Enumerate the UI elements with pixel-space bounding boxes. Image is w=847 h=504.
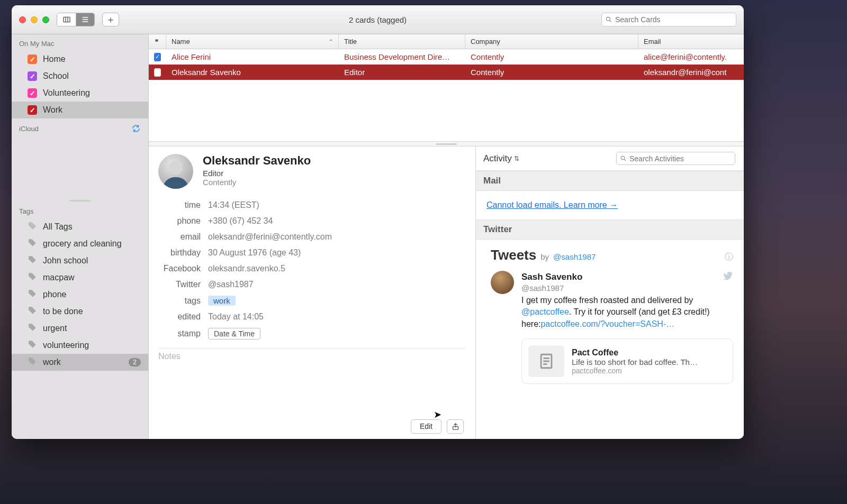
tag-icon (28, 272, 37, 283)
tag-urgent[interactable]: urgent (12, 320, 148, 337)
tag-macpaw[interactable]: macpaw (12, 269, 148, 286)
col-flag[interactable] (149, 34, 166, 49)
field-facebook: oleksandr.savenko.5 (208, 264, 285, 273)
svg-point-1 (606, 17, 610, 21)
col-title[interactable]: Title (339, 34, 465, 49)
sidebar-group-volunteering[interactable]: ✓Volunteering (12, 85, 148, 102)
table-row[interactable]: Oleksandr Savenko Editor Contently oleks… (149, 65, 744, 80)
tag-volunteering[interactable]: volunteering (12, 337, 148, 354)
groups-heading: On My Mac (19, 40, 54, 48)
field-birthday: 30 August 1976 (age 43) (208, 248, 301, 258)
share-button[interactable] (447, 419, 464, 434)
tags-icon (28, 221, 37, 233)
tag-all[interactable]: All Tags (12, 218, 148, 235)
tag-icon (28, 238, 37, 250)
horizontal-splitter[interactable] (149, 142, 744, 146)
stamp-button[interactable]: Date & Time (208, 328, 260, 340)
col-name[interactable]: Name⌃ (166, 34, 339, 49)
tweet-author-name: Sash Savenko (521, 272, 582, 282)
search-icon (620, 155, 627, 162)
card-role: Editor (203, 169, 311, 178)
tag-icon (28, 340, 37, 351)
table-header: Name⌃ Title Company Email (149, 34, 744, 49)
tag-icon (28, 289, 37, 300)
sidebar-group-work[interactable]: ✓Work (12, 102, 148, 118)
col-email[interactable]: Email (638, 34, 744, 49)
field-edited: Today at 14:05 (208, 312, 264, 322)
view-mode-segmented (57, 13, 95, 26)
tweet-link-card[interactable]: Pact Coffee Life is too short for bad co… (521, 338, 733, 384)
field-phone: +380 (67) 452 34 (208, 216, 273, 226)
tag-grocery[interactable]: grocery and cleaning (12, 235, 148, 252)
mail-error-link[interactable]: Cannot load emails. Learn more → (486, 200, 618, 209)
tag-john-school[interactable]: John school (12, 252, 148, 269)
titlebar: ＋ 2 cards (tagged) (12, 5, 744, 34)
icloud-heading: iCloud (19, 125, 39, 133)
refresh-icloud-icon[interactable] (131, 124, 141, 133)
tweets-heading: Tweets (491, 247, 536, 263)
tag-to-be-done[interactable]: to be done (12, 303, 148, 320)
avatar (158, 154, 193, 189)
window-controls (19, 16, 49, 23)
document-icon (528, 345, 564, 377)
svg-point-2 (169, 161, 183, 175)
twitter-bird-icon (723, 271, 733, 283)
tweet: Sash Savenko @sash1987 I get my coffee f… (491, 271, 733, 384)
tag-work[interactable]: work2 (12, 354, 148, 371)
field-twitter: @sash1987 (208, 280, 254, 289)
tag-icon (28, 356, 37, 368)
tag-icon (28, 255, 37, 267)
svg-point-4 (621, 156, 625, 160)
search-activities[interactable] (616, 152, 735, 165)
edit-button[interactable]: Edit (411, 419, 441, 434)
tweets-author-handle[interactable]: @sash1987 (553, 252, 596, 261)
card-company: Contently (203, 178, 311, 187)
tweet-mention[interactable]: @pactcoffee (521, 307, 569, 316)
search-cards-input[interactable] (615, 15, 733, 24)
tweet-avatar (491, 271, 514, 294)
card-name: Oleksandr Savenko (203, 154, 311, 168)
sort-asc-icon: ⌃ (329, 39, 333, 44)
flag-checkbox[interactable]: ✓ (154, 53, 161, 61)
view-columns-button[interactable] (57, 13, 76, 26)
tag-phone[interactable]: phone (12, 286, 148, 303)
info-icon[interactable]: ⓘ (725, 252, 733, 263)
window-title: 2 cards (tagged) (349, 15, 407, 24)
activity-pane: Activity ⇅ Mail Cannot load emails. Lear… (476, 146, 744, 439)
section-mail: Mail (476, 171, 744, 191)
sidebar: On My Mac ✓Home ✓School ✓Volunteering ✓W… (12, 34, 149, 439)
notes-placeholder[interactable]: Notes (158, 352, 466, 361)
tag-count-badge: 2 (129, 358, 141, 366)
sidebar-splitter[interactable] (12, 200, 148, 202)
section-twitter: Twitter (476, 219, 744, 240)
search-activities-input[interactable] (629, 154, 732, 163)
tweet-link[interactable]: pactcoffee.com/?voucher=SASH-… (540, 319, 674, 328)
tag-icon (28, 323, 37, 334)
table-row[interactable]: ✓ Alice Ferini Business Development Dire… (149, 49, 744, 65)
svg-rect-0 (64, 17, 70, 22)
activity-dropdown[interactable]: Activity ⇅ (483, 153, 519, 164)
minimize-window[interactable] (31, 16, 38, 23)
table-body: ✓ Alice Ferini Business Development Dire… (149, 49, 744, 142)
tag-icon (28, 306, 37, 317)
view-list-button[interactable] (76, 13, 94, 26)
search-icon (605, 16, 612, 23)
field-email: oleksandr@ferini@contently.com (208, 232, 332, 242)
sidebar-group-school[interactable]: ✓School (12, 68, 148, 85)
close-window[interactable] (19, 16, 26, 23)
tweet-text: I get my coffee fresh roasted and delive… (521, 295, 733, 330)
search-cards[interactable] (601, 13, 736, 26)
sidebar-group-home[interactable]: ✓Home (12, 51, 148, 68)
field-time: 14:34 (EEST) (208, 200, 259, 210)
tweet-author-handle: @sash1987 (521, 283, 733, 292)
new-card-button[interactable]: ＋ (102, 13, 119, 26)
col-company[interactable]: Company (465, 34, 638, 49)
share-icon (452, 423, 459, 430)
card-detail: Oleksandr Savenko Editor Contently time1… (149, 146, 476, 439)
flag-checkbox[interactable] (154, 68, 161, 77)
chevron-updown-icon: ⇅ (514, 155, 519, 162)
tags-heading: Tags (19, 207, 33, 215)
tag-chip[interactable]: work (208, 296, 236, 306)
zoom-window[interactable] (42, 16, 49, 23)
